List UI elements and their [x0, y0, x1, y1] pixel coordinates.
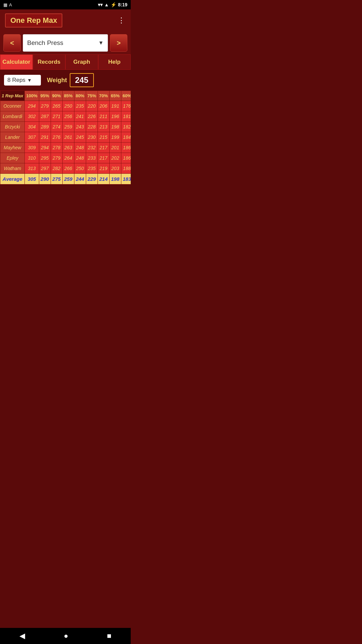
- col-header-70: 70%: [98, 91, 109, 101]
- reps-value: 8 Reps: [7, 77, 25, 84]
- tab-graph[interactable]: Graph: [65, 54, 98, 70]
- app-header: One Rep Max ⋮: [0, 9, 131, 32]
- prev-exercise-button[interactable]: <: [3, 34, 21, 52]
- tab-records[interactable]: Records: [33, 54, 66, 70]
- formula-name: Epley: [0, 153, 25, 163]
- average-row: Average 305 290 275 259 244 229 214 198 …: [0, 174, 131, 184]
- formula-name: Oconner: [0, 101, 25, 111]
- col-header-85: 85%: [62, 91, 74, 101]
- reps-dropdown[interactable]: 8 Reps ▼: [4, 75, 41, 86]
- table-row: Lander 307 291 276 261 245 230 215 199 1…: [0, 132, 131, 143]
- tab-help[interactable]: Help: [98, 54, 131, 70]
- col-header-60: 60%: [121, 91, 131, 101]
- results-table-container: 1 Rep Max 100% 95% 90% 85% 80% 75% 70% 6…: [0, 91, 131, 184]
- col-header-90: 90%: [51, 91, 62, 101]
- doc-icon: A: [9, 2, 12, 7]
- exercise-selector-row: < Bench Press ▼ >: [0, 32, 131, 54]
- exercise-name: Bench Press: [27, 39, 63, 47]
- formula-name: Brzycki: [0, 122, 25, 132]
- table-row: Epley 310 295 279 264 248 233 217 202 18…: [0, 153, 131, 163]
- wifi-icon: ▾▾: [98, 2, 103, 7]
- col-header-80: 80%: [74, 91, 86, 101]
- status-right-icons: ▾▾ ▲ ⚡ 8:19: [98, 2, 127, 7]
- sim-icon: ▦: [3, 2, 7, 7]
- dropdown-arrow-icon: ▼: [98, 40, 104, 46]
- col-header-formula: 1 Rep Max: [0, 91, 25, 101]
- table-row: Oconner 294 279 265 250 235 220 206 191 …: [0, 101, 131, 111]
- next-exercise-button[interactable]: >: [110, 34, 127, 52]
- tab-bar: Calculator Records Graph Help: [0, 54, 131, 70]
- signal-icon: ▲: [104, 2, 109, 7]
- tab-calculator[interactable]: Calculator: [0, 54, 33, 70]
- formula-name: Lombardi: [0, 111, 25, 122]
- table-row: Watham 313 297 282 266 250 235 219 203 1…: [0, 163, 131, 174]
- controls-row: 8 Reps ▼ Weight 245: [0, 70, 131, 91]
- status-bar: ▦ A ▾▾ ▲ ⚡ 8:19: [0, 0, 131, 9]
- col-header-75: 75%: [86, 91, 98, 101]
- app-title: One Rep Max: [5, 13, 62, 28]
- col-header-100: 100%: [25, 91, 39, 101]
- formula-name: Lander: [0, 132, 25, 143]
- col-header-95: 95%: [39, 91, 51, 101]
- formula-name: Mayhew: [0, 143, 25, 153]
- status-left-icons: ▦ A: [3, 2, 12, 7]
- exercise-dropdown[interactable]: Bench Press ▼: [23, 34, 108, 52]
- table-header-row: 1 Rep Max 100% 95% 90% 85% 80% 75% 70% 6…: [0, 91, 131, 101]
- col-header-65: 65%: [109, 91, 121, 101]
- time-display: 8:19: [118, 2, 127, 7]
- table-row: Mayhew 309 294 278 263 248 232 217 201 1…: [0, 143, 131, 153]
- table-row: Brzycki 304 289 274 259 243 228 213 198 …: [0, 122, 131, 132]
- battery-icon: ⚡: [111, 2, 116, 7]
- formula-name: Watham: [0, 163, 25, 174]
- weight-label: Weight: [47, 77, 67, 84]
- table-row: Lombardi 302 287 271 256 241 226 211 196…: [0, 111, 131, 122]
- results-table: 1 Rep Max 100% 95% 90% 85% 80% 75% 70% 6…: [0, 91, 131, 184]
- reps-arrow-icon: ▼: [27, 77, 32, 83]
- average-label: Average: [0, 174, 25, 184]
- weight-input[interactable]: 245: [70, 73, 94, 87]
- overflow-menu-button[interactable]: ⋮: [118, 16, 126, 25]
